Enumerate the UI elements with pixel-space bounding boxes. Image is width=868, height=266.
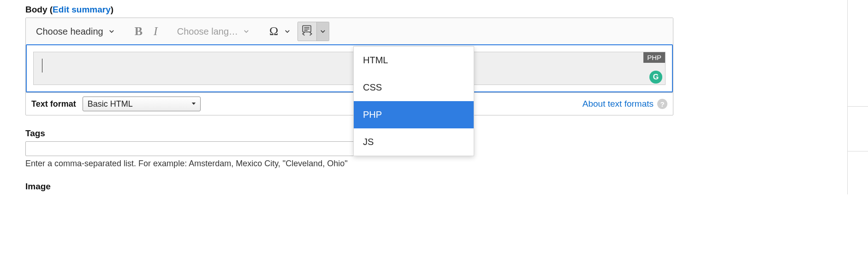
- text-cursor: [42, 59, 42, 73]
- text-format-row: Text format Basic HTML About text format…: [25, 92, 673, 115]
- omega-icon: Ω: [269, 24, 279, 38]
- italic-icon: I: [154, 24, 158, 38]
- dropdown-option-php[interactable]: PHP: [354, 101, 474, 128]
- code-snippet-split-button: [297, 22, 329, 41]
- code-lang-badge: PHP: [643, 52, 665, 63]
- text-format-select[interactable]: Basic HTML: [83, 97, 201, 111]
- image-field-label: Image: [25, 181, 673, 192]
- body-label-text: Body: [25, 5, 48, 14]
- chevron-down-icon: [284, 28, 291, 35]
- heading-dropdown-label: Choose heading: [36, 26, 103, 37]
- code-snippet-icon: [301, 24, 313, 38]
- bold-icon: B: [135, 24, 143, 38]
- dropdown-option-css[interactable]: CSS: [354, 74, 474, 101]
- chevron-down-icon: [108, 28, 115, 35]
- dropdown-option-html[interactable]: HTML: [354, 47, 474, 74]
- right-sidebar-rails: [847, 0, 868, 194]
- grammarly-icon[interactable]: G: [649, 71, 662, 84]
- code-snippet-button[interactable]: [298, 22, 316, 41]
- code-language-dropdown: HTML CSS PHP JS: [353, 46, 474, 156]
- language-dropdown-label: Choose lang…: [177, 26, 238, 37]
- editor-container: Choose heading B I Choose lang…: [25, 18, 673, 93]
- about-text-formats-label: About text formats: [583, 99, 654, 109]
- text-format-select-value: Basic HTML: [88, 99, 133, 109]
- body-field-label: Body (Edit summary): [25, 5, 673, 15]
- tags-help-text: Enter a comma-separated list. For exampl…: [25, 159, 673, 169]
- about-text-formats-link[interactable]: About text formats ?: [583, 99, 667, 109]
- tags-field-label: Tags: [25, 128, 673, 139]
- italic-button[interactable]: I: [149, 22, 162, 41]
- chevron-down-icon: [243, 28, 250, 35]
- edit-summary-link[interactable]: Edit summary: [53, 5, 111, 14]
- special-char-dropdown[interactable]: Ω: [265, 22, 296, 41]
- editor-content-area[interactable]: PHP G: [26, 44, 673, 92]
- text-format-label: Text format: [31, 99, 76, 109]
- language-dropdown[interactable]: Choose lang…: [172, 22, 255, 41]
- editor-toolbar: Choose heading B I Choose lang…: [26, 18, 673, 45]
- help-icon: ?: [657, 99, 667, 109]
- chevron-down-icon: [319, 28, 327, 35]
- code-snippet-dropdown-arrow[interactable]: [316, 22, 329, 41]
- heading-dropdown[interactable]: Choose heading: [31, 22, 120, 41]
- code-block[interactable]: PHP G: [33, 52, 666, 85]
- select-arrow-icon: [191, 99, 196, 109]
- bold-button[interactable]: B: [130, 22, 147, 41]
- dropdown-option-js[interactable]: JS: [354, 128, 474, 156]
